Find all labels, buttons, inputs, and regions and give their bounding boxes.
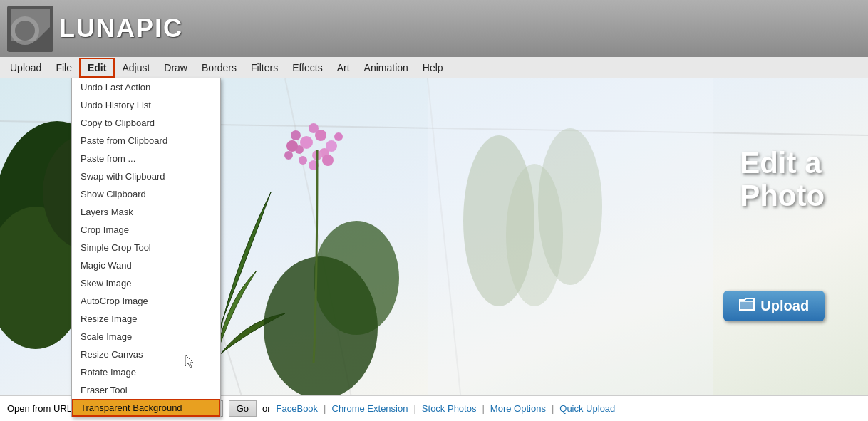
navbar: Upload File Edit Adjust Draw Borders Fil… [0,57,868,78]
logo-icon [7,6,53,52]
svg-point-35 [322,155,334,166]
logo-area: LUNAPIC [7,6,183,52]
nav-filters[interactable]: Filters [244,59,285,76]
edit-dropdown-menu: Undo Last Action Undo History List Copy … [71,78,221,417]
nav-draw[interactable]: Draw [157,59,195,76]
menu-scale-image[interactable]: Scale Image [72,328,220,345]
menu-show-clipboard[interactable]: Show Clipboard [72,185,220,203]
menu-eraser-tool[interactable]: Eraser Tool [72,381,220,399]
header: LUNAPIC [0,0,868,57]
menu-undo-last[interactable]: Undo Last Action [72,78,220,96]
svg-point-28 [309,123,319,133]
chrome-extension-link[interactable]: Chrome Extension [332,403,408,414]
nav-file[interactable]: File [48,59,79,76]
menu-paste-from[interactable]: Paste from ... [72,150,220,167]
svg-point-34 [299,156,307,165]
hero-heading: Edit a Photo [740,147,825,212]
menu-copy-clipboard[interactable]: Copy to Clipboard [72,114,220,132]
nav-effects[interactable]: Effects [285,59,330,76]
nav-help[interactable]: Help [415,59,450,76]
stock-photos-link[interactable]: Stock Photos [422,403,477,414]
nav-edit[interactable]: Edit [79,58,115,78]
nav-art[interactable]: Art [330,59,357,76]
nav-borders[interactable]: Borders [195,59,244,76]
upload-button[interactable]: Upload [723,291,825,321]
menu-transparent-bg[interactable]: Transparent Background [72,399,220,417]
svg-rect-41 [428,78,713,421]
menu-resize-image[interactable]: Resize Image [72,310,220,328]
facebook-link[interactable]: FaceBook [277,403,319,414]
menu-resize-canvas[interactable]: Resize Canvas [72,345,220,363]
menu-paste-clipboard[interactable]: Paste from Clipboard [72,132,220,150]
svg-point-31 [334,132,343,141]
nav-animation[interactable]: Animation [357,59,415,76]
menu-crop-image[interactable]: Crop Image [72,221,220,239]
svg-point-37 [284,151,293,160]
menu-skew-image[interactable]: Skew Image [72,274,220,292]
logo-text: LUNAPIC [59,14,183,43]
upload-label: Upload [760,298,809,314]
nav-upload[interactable]: Upload [3,59,48,76]
open-url-label: Open from URL: [7,403,75,414]
folder-icon [739,298,755,314]
svg-point-32 [286,140,298,152]
menu-layers-mask[interactable]: Layers Mask [72,203,220,221]
svg-point-26 [291,130,301,140]
more-options-link[interactable]: More Options [490,403,546,414]
or-text: or [262,403,271,414]
nav-adjust[interactable]: Adjust [115,59,157,76]
main-area: Undo Last Action Undo History List Copy … [0,78,868,421]
menu-swap-clipboard[interactable]: Swap with Clipboard [72,167,220,185]
menu-magic-wand[interactable]: Magic Wand [72,256,220,274]
svg-point-13 [314,221,399,335]
menu-undo-history[interactable]: Undo History List [72,96,220,114]
menu-simple-crop[interactable]: Simple Crop Tool [72,239,220,256]
go-button[interactable]: Go [229,400,257,417]
quick-upload-link[interactable]: Quick Upload [559,403,615,414]
menu-rotate-image[interactable]: Rotate Image [72,363,220,381]
menu-autocrop[interactable]: AutoCrop Image [72,292,220,310]
